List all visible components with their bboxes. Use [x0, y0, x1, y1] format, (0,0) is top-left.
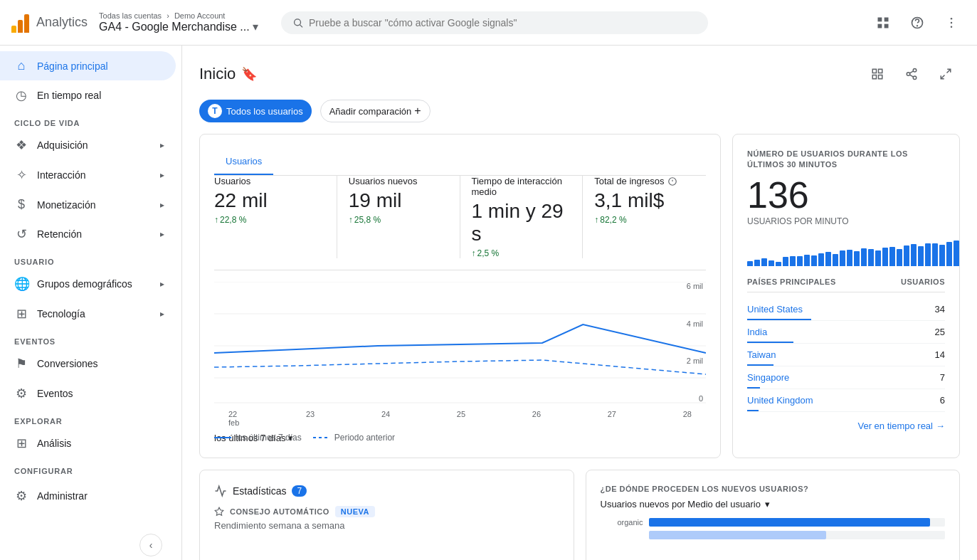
svg-point-0: [294, 19, 300, 25]
sidebar-item-realtime[interactable]: ◷ En tiempo real: [0, 80, 176, 110]
sidebar-item-events-nav[interactable]: ⚙ Eventos: [0, 379, 176, 408]
page-header-actions: [863, 60, 960, 88]
mini-bars: [747, 238, 945, 266]
consejo-icon: [214, 507, 224, 517]
analytics-logo-icon: [11, 13, 29, 33]
mini-bar: [882, 248, 888, 266]
country-bar-indicator: [747, 342, 793, 343]
monetization-icon: $: [14, 197, 28, 212]
svg-rect-13: [872, 75, 876, 79]
expand-icon-btn[interactable]: [931, 60, 960, 88]
realtime-link-arrow: →: [936, 421, 945, 431]
share-icon-btn[interactable]: [897, 60, 926, 88]
stats-card-title: Estadísticas 7: [214, 485, 559, 497]
mini-bar: [854, 251, 860, 266]
x-label-25: 25: [457, 410, 465, 427]
mini-bar: [833, 254, 838, 266]
sidebar-item-interaction[interactable]: ✧ Interacción ▸: [0, 160, 176, 190]
sidebar-acquisition-label: Adquisición: [37, 139, 88, 151]
stats-badge: 7: [292, 485, 307, 497]
bookmark-icon[interactable]: 🔖: [241, 66, 257, 82]
svg-line-19: [909, 71, 913, 73]
sidebar-demographics-label: Grupos demográficos: [37, 278, 132, 290]
search-bar[interactable]: [281, 11, 708, 34]
x-label-27: 27: [608, 410, 616, 427]
country-list: United States 34 India 25 Taiwan 14 Sing…: [747, 298, 945, 412]
realtime-link[interactable]: Ver en tiempo real →: [747, 421, 945, 431]
y-label-4mil: 4 mil: [687, 319, 703, 328]
app-title: Analytics: [36, 15, 88, 30]
metric-change-2: 2,5 %: [472, 248, 571, 258]
expand-icon5: ▸: [160, 279, 164, 289]
account-selector[interactable]: Todas las cuentas › Demo Account GA4 - G…: [99, 11, 258, 33]
country-name[interactable]: Taiwan: [747, 349, 776, 360]
sidebar-collapse-btn[interactable]: ‹: [139, 534, 162, 556]
metric-usuarios: Usuarios 22 mil 22,8 %: [214, 176, 337, 258]
bottom-grid: Estadísticas 7 CONSEJO AUTOMÁTICO Nueva …: [199, 470, 960, 560]
country-name[interactable]: United Kingdom: [747, 395, 813, 406]
stats-card: Usuarios Usuarios 22 mil 22,8 % Usuarios…: [199, 134, 721, 458]
realtime-sub: USUARIOS POR MINUTO: [747, 216, 945, 226]
sidebar-item-technology[interactable]: ⊞ Tecnología ▸: [0, 299, 176, 329]
grid-icon-btn[interactable]: [869, 9, 897, 37]
add-comparison-btn[interactable]: Añadir comparación +: [320, 100, 431, 122]
mini-bar: [776, 262, 781, 266]
svg-rect-2: [878, 17, 882, 21]
sidebar-item-home[interactable]: ⌂ Página principal: [0, 51, 176, 80]
realtime-link-label: Ver en tiempo real: [857, 421, 933, 431]
line-chart: [214, 282, 706, 410]
section-explore: EXPLORAR: [0, 408, 181, 428]
country-count: 14: [935, 349, 945, 360]
y-label-6mil: 6 mil: [687, 282, 703, 290]
mini-bar: [946, 242, 952, 266]
add-comparison-label: Añadir comparación: [329, 106, 412, 117]
tab-usuarios[interactable]: Usuarios: [214, 149, 273, 175]
country-name[interactable]: India: [747, 327, 767, 337]
country-count: 6: [940, 395, 945, 406]
mini-bar: [889, 247, 895, 266]
country-row: India 25: [747, 321, 945, 344]
metric-change-0: 22,8 %: [214, 215, 325, 225]
account-name[interactable]: GA4 - Google Merchandise ... ▾: [99, 20, 258, 33]
technology-icon: ⊞: [14, 306, 28, 322]
mini-bar: [769, 260, 774, 266]
metric-label-2: Tiempo de interacción medio: [472, 176, 571, 197]
sidebar-interaction-label: Interacción: [37, 169, 85, 181]
legend-line-dashed: [313, 437, 330, 438]
stats-title-label: Estadísticas: [233, 485, 286, 497]
legend-current: los últimos 7 días: [214, 433, 302, 443]
help-icon-btn[interactable]: [903, 9, 931, 37]
search-input[interactable]: [309, 17, 697, 28]
country-row: Taiwan 14: [747, 344, 945, 366]
country-bar-indicator: [747, 364, 773, 366]
chart-wrap: 6 mil 4 mil 2 mil 0 22feb 23 24 25 26 27: [214, 282, 706, 424]
x-label-28: 28: [683, 410, 692, 427]
legend-current-label: los últimos 7 días: [236, 433, 302, 443]
chart-tab-bar: Usuarios: [214, 149, 706, 176]
expand-icon3: ▸: [160, 200, 164, 210]
mini-bar: [925, 243, 931, 266]
metric-value-1: 19 mil: [349, 189, 448, 212]
legend-previous: Periodo anterior: [313, 433, 395, 443]
sidebar-monetization-label: Monetización: [37, 199, 96, 211]
home-icon: ⌂: [14, 58, 28, 73]
sidebar-item-admin[interactable]: ⚙ Administrar: [0, 481, 176, 511]
sidebar-item-acquisition[interactable]: ❖ Adquisición ▸: [0, 130, 176, 160]
sidebar-item-monetization[interactable]: $ Monetización ▸: [0, 190, 176, 219]
country-name[interactable]: Singapore: [747, 372, 789, 383]
svg-line-18: [909, 75, 913, 77]
sidebar-item-demographics[interactable]: 🌐 Grupos demográficos ▸: [0, 269, 176, 299]
y-label-0: 0: [687, 394, 703, 403]
segment-chip[interactable]: T Todos los usuarios: [199, 100, 312, 122]
sidebar-item-analysis[interactable]: ⊞ Análisis: [0, 428, 176, 458]
svg-point-16: [907, 73, 910, 76]
sidebar-conversions-label: Conversiones: [37, 358, 98, 369]
new-users-chart-label[interactable]: Usuarios nuevos por Medio del usuario ▾: [601, 499, 946, 509]
customize-icon-btn[interactable]: [863, 60, 892, 88]
more-vert-icon-btn[interactable]: [937, 9, 966, 37]
country-row: United States 34: [747, 298, 945, 321]
sidebar-item-retention[interactable]: ↺ Retención ▸: [0, 219, 176, 249]
country-name[interactable]: United States: [747, 304, 803, 315]
x-label-23: 23: [306, 410, 315, 427]
sidebar-item-conversions[interactable]: ⚑ Conversiones: [0, 349, 176, 379]
